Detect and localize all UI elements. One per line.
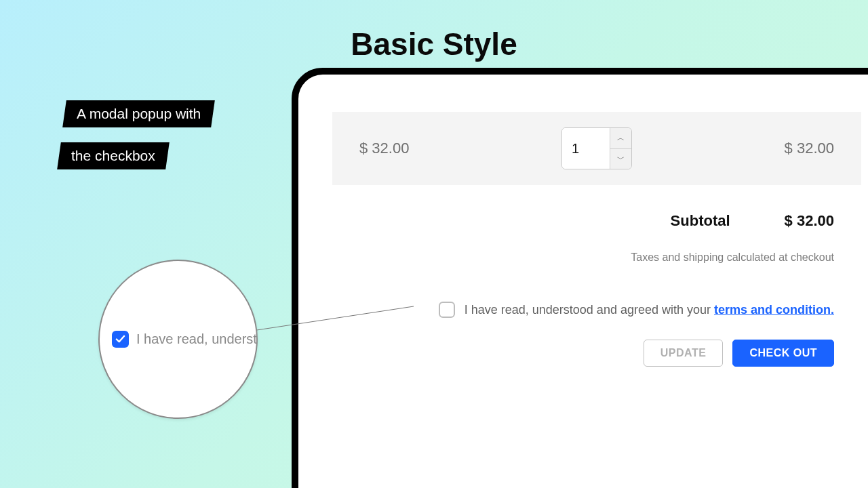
cart-line-item: $ 32.00 ︿ ﹀ $ 32.00 [332, 112, 861, 185]
terms-checkbox-checked [112, 331, 129, 348]
button-row: UPDATE CHECK OUT [332, 340, 861, 367]
page-title: Basic Style [0, 0, 868, 62]
terms-row: I have read, understood and agreed with … [332, 302, 861, 318]
annotation-tag-2: the checkbox [57, 142, 169, 169]
terms-checkbox[interactable] [439, 302, 455, 318]
unit-price: $ 32.00 [359, 140, 517, 157]
magnifier-text: I have read, underst [136, 331, 257, 347]
annotation-tag-1: A modal popup with [62, 100, 215, 127]
checkout-button[interactable]: CHECK OUT [732, 340, 834, 367]
update-button[interactable]: UPDATE [644, 340, 724, 367]
quantity-up-button[interactable]: ︿ [610, 128, 631, 149]
subtotal-row: Subtotal $ 32.00 [332, 212, 861, 230]
line-total: $ 32.00 [676, 140, 834, 157]
quantity-down-button[interactable]: ﹀ [610, 149, 631, 169]
device-frame: $ 32.00 ︿ ﹀ $ 32.00 Subtotal $ 32.00 Tax… [292, 68, 868, 488]
quantity-input[interactable] [562, 128, 610, 169]
tax-note: Taxes and shipping calculated at checkou… [332, 251, 861, 264]
chevron-down-icon: ﹀ [617, 154, 625, 164]
subtotal-value: $ 32.00 [785, 212, 834, 230]
terms-link[interactable]: terms and condition. [714, 303, 834, 317]
magnifier-callout: I have read, underst [98, 260, 258, 419]
chevron-up-icon: ︿ [617, 133, 625, 143]
subtotal-label: Subtotal [671, 212, 730, 230]
check-icon [115, 334, 125, 344]
quantity-stepper[interactable]: ︿ ﹀ [561, 127, 632, 169]
terms-text: I have read, understood and agreed with … [465, 303, 834, 317]
